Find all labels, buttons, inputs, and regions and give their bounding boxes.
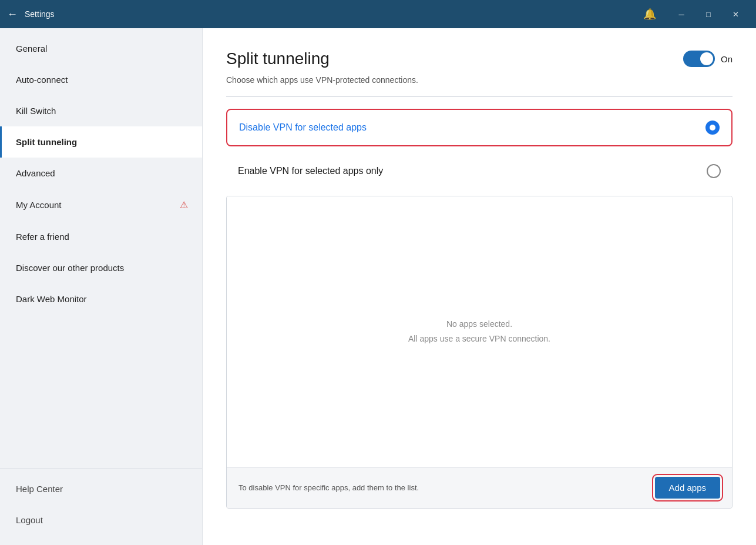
sidebar-item-logout[interactable]: Logout xyxy=(0,504,202,536)
sidebar-label-discover-products: Discover our other products xyxy=(16,263,124,273)
sidebar-label-general: General xyxy=(16,44,47,54)
page-title: Split tunneling xyxy=(226,49,330,68)
radio-option-disable-vpn[interactable]: Disable VPN for selected apps xyxy=(226,109,733,146)
close-button[interactable]: ✕ xyxy=(722,0,749,28)
minimize-button[interactable]: ─ xyxy=(668,0,695,28)
apps-empty-line1: No apps selected. xyxy=(446,317,512,332)
alert-icon: ⚠ xyxy=(180,199,188,210)
sidebar-label-kill-switch: Kill Switch xyxy=(16,106,56,116)
apps-footer: To disable VPN for specific apps, add th… xyxy=(227,467,732,508)
radio-option-enable-vpn[interactable]: Enable VPN for selected apps only xyxy=(226,153,733,189)
sidebar-label-refer-friend: Refer a friend xyxy=(16,232,69,242)
titlebar: ← Settings 🔔 ─ □ ✕ xyxy=(0,0,756,28)
radio-label-enable-vpn: Enable VPN for selected apps only xyxy=(238,166,383,176)
sidebar-item-kill-switch[interactable]: Kill Switch xyxy=(0,95,202,126)
sidebar-bottom: Help Center Logout xyxy=(0,468,202,545)
sidebar-item-help-center[interactable]: Help Center xyxy=(0,473,202,504)
sidebar-label-split-tunneling: Split tunneling xyxy=(16,137,77,147)
back-button[interactable]: ← xyxy=(7,8,18,21)
sidebar-item-advanced[interactable]: Advanced xyxy=(0,158,202,189)
sidebar-item-general[interactable]: General xyxy=(0,33,202,64)
sidebar-label-logout: Logout xyxy=(16,515,43,525)
divider xyxy=(226,96,733,97)
add-apps-button[interactable]: Add apps xyxy=(655,477,720,499)
page-subtitle: Choose which apps use VPN-protected conn… xyxy=(226,75,733,85)
sidebar-item-refer-friend[interactable]: Refer a friend xyxy=(0,221,202,252)
radio-circle-disable-vpn xyxy=(705,121,720,135)
toggle-group: On xyxy=(683,51,733,67)
sidebar-item-split-tunneling[interactable]: Split tunneling xyxy=(0,126,202,158)
sidebar-nav: General Auto-connect Kill Switch Split t… xyxy=(0,33,202,468)
sidebar-item-my-account[interactable]: My Account ⚠ xyxy=(0,189,202,221)
sidebar-label-my-account: My Account xyxy=(16,200,62,210)
sidebar-item-auto-connect[interactable]: Auto-connect xyxy=(0,64,202,95)
sidebar-label-auto-connect: Auto-connect xyxy=(16,75,68,85)
maximize-button[interactable]: □ xyxy=(695,0,722,28)
window-controls: ─ □ ✕ xyxy=(668,0,749,28)
apps-footer-text: To disable VPN for specific apps, add th… xyxy=(238,483,419,492)
radio-label-disable-vpn: Disable VPN for selected apps xyxy=(239,122,367,133)
apps-list: No apps selected. All apps use a secure … xyxy=(227,196,732,467)
sidebar-label-help-center: Help Center xyxy=(16,484,63,494)
notifications-button[interactable]: 🔔 xyxy=(636,0,663,28)
window-title: Settings xyxy=(25,9,636,19)
sidebar-item-dark-web-monitor[interactable]: Dark Web Monitor xyxy=(0,283,202,315)
apps-empty-line2: All apps use a secure VPN connection. xyxy=(408,332,550,346)
page-header: Split tunneling On xyxy=(226,49,733,68)
apps-box: No apps selected. All apps use a secure … xyxy=(226,196,733,509)
split-tunneling-toggle[interactable] xyxy=(683,51,715,67)
sidebar-item-discover-products[interactable]: Discover our other products xyxy=(0,252,202,283)
sidebar: General Auto-connect Kill Switch Split t… xyxy=(0,28,203,545)
content-area: Split tunneling On Choose which apps use… xyxy=(203,28,756,545)
sidebar-label-advanced: Advanced xyxy=(16,168,55,178)
sidebar-label-dark-web-monitor: Dark Web Monitor xyxy=(16,294,87,304)
toggle-label: On xyxy=(721,54,733,64)
radio-circle-enable-vpn xyxy=(707,164,721,178)
app-body: General Auto-connect Kill Switch Split t… xyxy=(0,28,756,545)
